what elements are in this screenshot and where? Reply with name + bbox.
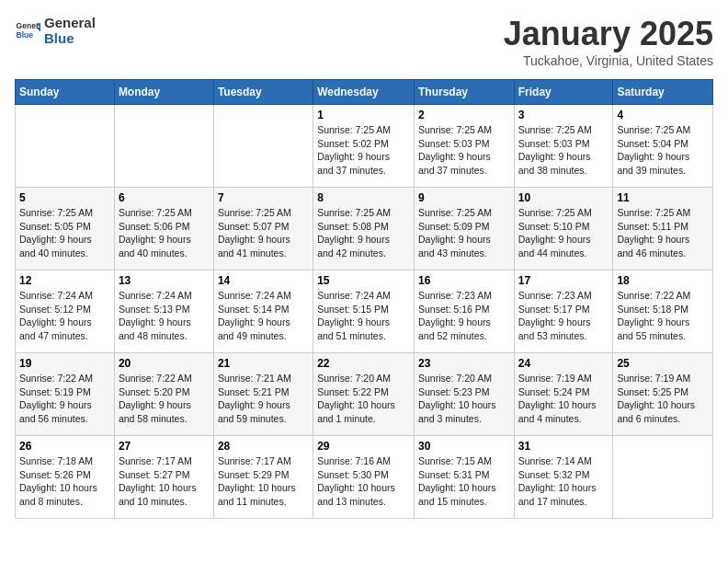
day-info: Sunrise: 7:24 AM Sunset: 5:15 PM Dayligh… [317, 289, 410, 343]
day-info: Sunrise: 7:17 AM Sunset: 5:27 PM Dayligh… [119, 454, 210, 509]
calendar-cell: 13Sunrise: 7:24 AM Sunset: 5:13 PM Dayli… [114, 270, 213, 353]
day-info: Sunrise: 7:21 AM Sunset: 5:21 PM Dayligh… [218, 372, 309, 426]
calendar-cell: 14Sunrise: 7:24 AM Sunset: 5:14 PM Dayli… [213, 270, 313, 353]
day-info: Sunrise: 7:16 AM Sunset: 5:30 PM Dayligh… [317, 454, 410, 509]
day-number: 7 [218, 191, 309, 204]
svg-text:Blue: Blue [17, 30, 34, 40]
month-title: January 2025 [504, 15, 713, 53]
day-number: 24 [518, 357, 609, 370]
calendar-cell [16, 105, 115, 188]
week-row-5: 26Sunrise: 7:18 AM Sunset: 5:26 PM Dayli… [16, 436, 713, 519]
day-number: 31 [518, 440, 609, 453]
calendar-cell: 15Sunrise: 7:24 AM Sunset: 5:15 PM Dayli… [313, 270, 415, 353]
day-info: Sunrise: 7:20 AM Sunset: 5:23 PM Dayligh… [418, 372, 510, 426]
week-row-3: 12Sunrise: 7:24 AM Sunset: 5:12 PM Dayli… [16, 270, 713, 353]
weekday-header-monday: Monday [114, 80, 213, 105]
day-number: 6 [119, 191, 210, 204]
day-info: Sunrise: 7:25 AM Sunset: 5:05 PM Dayligh… [19, 206, 110, 260]
calendar-cell: 31Sunrise: 7:14 AM Sunset: 5:32 PM Dayli… [514, 436, 613, 519]
day-info: Sunrise: 7:18 AM Sunset: 5:26 PM Dayligh… [19, 454, 110, 509]
calendar-cell: 26Sunrise: 7:18 AM Sunset: 5:26 PM Dayli… [16, 436, 115, 519]
svg-text:General: General [17, 21, 40, 30]
logo-icon: General Blue [15, 17, 40, 43]
day-info: Sunrise: 7:22 AM Sunset: 5:20 PM Dayligh… [119, 372, 210, 426]
day-number: 28 [218, 440, 309, 453]
day-number: 26 [19, 440, 110, 453]
calendar-cell: 18Sunrise: 7:22 AM Sunset: 5:18 PM Dayli… [613, 270, 713, 353]
weekday-header-wednesday: Wednesday [313, 80, 415, 105]
location-subtitle: Tuckahoe, Virginia, United States [504, 53, 713, 68]
day-number: 3 [518, 109, 609, 121]
day-info: Sunrise: 7:25 AM Sunset: 5:03 PM Dayligh… [418, 123, 510, 178]
day-number: 29 [317, 440, 410, 453]
calendar-cell: 16Sunrise: 7:23 AM Sunset: 5:16 PM Dayli… [414, 270, 514, 353]
day-number: 19 [19, 357, 110, 370]
calendar-cell: 12Sunrise: 7:24 AM Sunset: 5:12 PM Dayli… [16, 270, 115, 353]
logo: General Blue General Blue [15, 15, 96, 46]
logo-blue: Blue [44, 30, 74, 46]
calendar-cell: 20Sunrise: 7:22 AM Sunset: 5:20 PM Dayli… [114, 353, 213, 436]
calendar-cell: 17Sunrise: 7:23 AM Sunset: 5:17 PM Dayli… [514, 270, 613, 353]
calendar-cell: 3Sunrise: 7:25 AM Sunset: 5:03 PM Daylig… [514, 105, 613, 188]
day-info: Sunrise: 7:25 AM Sunset: 5:07 PM Dayligh… [218, 206, 309, 260]
day-number: 16 [418, 274, 510, 287]
calendar-cell: 21Sunrise: 7:21 AM Sunset: 5:21 PM Dayli… [213, 353, 313, 436]
calendar-table: SundayMondayTuesdayWednesdayThursdayFrid… [15, 79, 713, 519]
calendar-cell: 11Sunrise: 7:25 AM Sunset: 5:11 PM Dayli… [613, 188, 713, 270]
day-info: Sunrise: 7:22 AM Sunset: 5:19 PM Dayligh… [19, 372, 110, 426]
calendar-cell: 10Sunrise: 7:25 AM Sunset: 5:10 PM Dayli… [514, 188, 613, 270]
day-number: 4 [617, 109, 709, 121]
day-info: Sunrise: 7:25 AM Sunset: 5:08 PM Dayligh… [317, 206, 410, 260]
weekday-header-thursday: Thursday [414, 80, 514, 105]
calendar-cell: 25Sunrise: 7:19 AM Sunset: 5:25 PM Dayli… [613, 353, 713, 436]
day-number: 12 [19, 274, 110, 287]
calendar-cell: 7Sunrise: 7:25 AM Sunset: 5:07 PM Daylig… [213, 188, 313, 270]
day-info: Sunrise: 7:24 AM Sunset: 5:13 PM Dayligh… [119, 289, 210, 343]
day-number: 25 [617, 357, 709, 370]
calendar-cell: 9Sunrise: 7:25 AM Sunset: 5:09 PM Daylig… [414, 188, 514, 270]
day-number: 20 [119, 357, 210, 370]
calendar-cell: 23Sunrise: 7:20 AM Sunset: 5:23 PM Dayli… [414, 353, 514, 436]
day-number: 18 [617, 274, 709, 287]
week-row-4: 19Sunrise: 7:22 AM Sunset: 5:19 PM Dayli… [16, 353, 713, 436]
calendar-cell: 28Sunrise: 7:17 AM Sunset: 5:29 PM Dayli… [213, 436, 313, 519]
day-info: Sunrise: 7:15 AM Sunset: 5:31 PM Dayligh… [418, 454, 510, 509]
day-number: 22 [317, 357, 410, 370]
logo-general: General [44, 15, 96, 30]
calendar-cell: 27Sunrise: 7:17 AM Sunset: 5:27 PM Dayli… [114, 436, 213, 519]
page-header: General Blue General Blue January 2025 T… [15, 15, 713, 68]
weekday-header-row: SundayMondayTuesdayWednesdayThursdayFrid… [16, 80, 713, 105]
day-number: 15 [317, 274, 410, 287]
calendar-cell: 4Sunrise: 7:25 AM Sunset: 5:04 PM Daylig… [613, 105, 713, 188]
calendar-cell: 22Sunrise: 7:20 AM Sunset: 5:22 PM Dayli… [313, 353, 415, 436]
title-block: January 2025 Tuckahoe, Virginia, United … [504, 15, 713, 68]
day-info: Sunrise: 7:25 AM Sunset: 5:03 PM Dayligh… [518, 123, 609, 178]
day-info: Sunrise: 7:23 AM Sunset: 5:17 PM Dayligh… [518, 289, 609, 343]
day-info: Sunrise: 7:25 AM Sunset: 5:06 PM Dayligh… [119, 206, 210, 260]
calendar-cell: 6Sunrise: 7:25 AM Sunset: 5:06 PM Daylig… [114, 188, 213, 270]
calendar-cell: 19Sunrise: 7:22 AM Sunset: 5:19 PM Dayli… [16, 353, 115, 436]
day-info: Sunrise: 7:19 AM Sunset: 5:25 PM Dayligh… [617, 372, 709, 426]
day-info: Sunrise: 7:23 AM Sunset: 5:16 PM Dayligh… [418, 289, 510, 343]
day-info: Sunrise: 7:22 AM Sunset: 5:18 PM Dayligh… [617, 289, 709, 343]
day-number: 23 [418, 357, 510, 370]
calendar-cell: 8Sunrise: 7:25 AM Sunset: 5:08 PM Daylig… [313, 188, 415, 270]
calendar-cell: 2Sunrise: 7:25 AM Sunset: 5:03 PM Daylig… [414, 105, 514, 188]
day-info: Sunrise: 7:25 AM Sunset: 5:04 PM Dayligh… [617, 123, 709, 178]
day-number: 21 [218, 357, 309, 370]
day-number: 10 [518, 191, 609, 204]
day-number: 14 [218, 274, 309, 287]
day-number: 9 [418, 191, 510, 204]
day-info: Sunrise: 7:25 AM Sunset: 5:11 PM Dayligh… [617, 206, 709, 260]
day-info: Sunrise: 7:24 AM Sunset: 5:12 PM Dayligh… [19, 289, 110, 343]
calendar-cell: 1Sunrise: 7:25 AM Sunset: 5:02 PM Daylig… [313, 105, 415, 188]
calendar-cell [213, 105, 313, 188]
day-info: Sunrise: 7:19 AM Sunset: 5:24 PM Dayligh… [518, 372, 609, 426]
day-info: Sunrise: 7:24 AM Sunset: 5:14 PM Dayligh… [218, 289, 309, 343]
day-info: Sunrise: 7:25 AM Sunset: 5:09 PM Dayligh… [418, 206, 510, 260]
calendar-cell: 30Sunrise: 7:15 AM Sunset: 5:31 PM Dayli… [414, 436, 514, 519]
day-number: 2 [418, 109, 510, 121]
day-number: 13 [119, 274, 210, 287]
day-info: Sunrise: 7:20 AM Sunset: 5:22 PM Dayligh… [317, 372, 410, 426]
day-number: 1 [317, 109, 410, 121]
